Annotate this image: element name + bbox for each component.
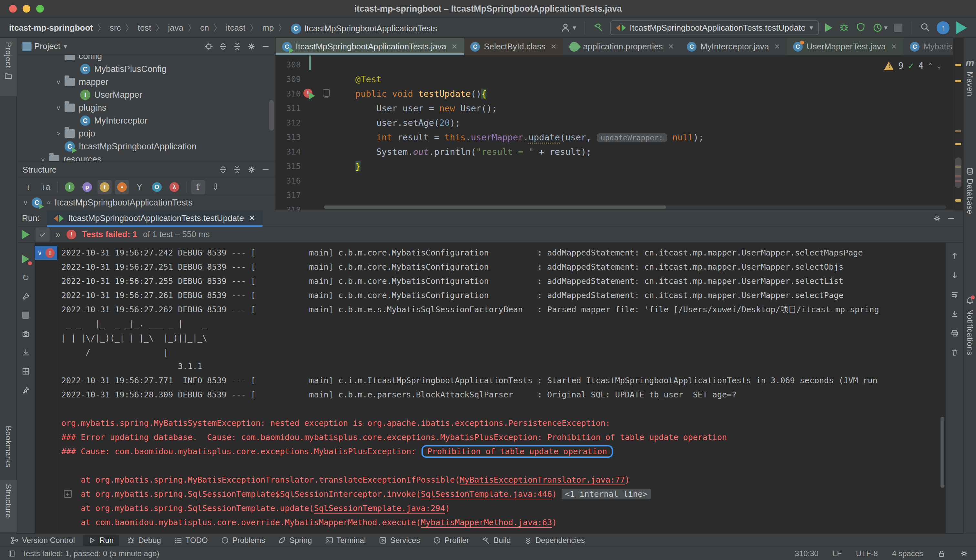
editor-tab[interactable]: CItcastMpSpringbootApplicationTests.java… bbox=[275, 38, 464, 55]
test-settings-button[interactable] bbox=[20, 291, 31, 302]
zoom-window-button[interactable] bbox=[36, 5, 44, 13]
rerun-failed-tests-button[interactable] bbox=[20, 253, 31, 265]
code-editor[interactable]: 9 ✓ 4 ⌃ ⌄ 308309 @Test310! public void t… bbox=[275, 55, 953, 210]
run-button[interactable] bbox=[825, 23, 833, 32]
close-icon[interactable]: ✕ bbox=[452, 43, 457, 51]
tree-chevron-icon[interactable]: v bbox=[54, 78, 63, 86]
tool-window-button-todo[interactable]: TODO bbox=[169, 535, 213, 546]
tool-window-button-build[interactable]: Build bbox=[477, 535, 516, 546]
expand-chevrons-icon[interactable]: » bbox=[55, 229, 61, 240]
editor-error-stripe[interactable] bbox=[953, 38, 963, 210]
stack-trace-link[interactable]: MyBatisExceptionTranslator.java:77 bbox=[460, 475, 625, 485]
close-icon[interactable]: ✕ bbox=[551, 43, 556, 51]
next-issue-chevron-icon[interactable]: ⌄ bbox=[937, 62, 941, 70]
test-console[interactable]: 2022-10-31 19:56:27.242 DEBUG 8539 --- [… bbox=[57, 243, 946, 533]
scroll-to-end-button[interactable] bbox=[949, 308, 960, 319]
scroll-up-button[interactable] bbox=[949, 250, 960, 261]
rerun-button[interactable] bbox=[22, 230, 30, 239]
tool-window-button-dependencies[interactable]: Dependencies bbox=[519, 535, 590, 546]
tree-chevron-icon[interactable]: v bbox=[54, 104, 63, 112]
run-tab[interactable]: ItcastMpSpringbootApplicationTests.testU… bbox=[47, 210, 263, 227]
tree-item-myinterceptor[interactable]: CMyInterceptor bbox=[17, 114, 275, 127]
stop-button[interactable] bbox=[894, 23, 903, 32]
pin-tab-button[interactable] bbox=[20, 385, 31, 395]
tool-window-button-problems[interactable]: Problems bbox=[215, 535, 270, 546]
tool-window-button-profiler[interactable]: Profiler bbox=[428, 535, 474, 546]
close-icon[interactable]: ✕ bbox=[891, 43, 897, 51]
show-objects-button[interactable]: O bbox=[150, 180, 164, 194]
show-properties-button[interactable]: p bbox=[80, 180, 94, 194]
tree-item-itcastmpspringbootapplication[interactable]: CItcastMpSpringbootApplication bbox=[17, 140, 275, 153]
update-button[interactable]: ↑ bbox=[937, 21, 949, 34]
tree-chevron-icon[interactable]: > bbox=[54, 130, 63, 137]
tool-stripe-structure[interactable]: Structure bbox=[0, 480, 17, 532]
breadcrumb-item[interactable]: test bbox=[138, 23, 151, 33]
breadcrumb-item[interactable]: itcast bbox=[226, 23, 245, 33]
gear-icon[interactable] bbox=[933, 214, 941, 223]
tool-window-button-services[interactable]: Services bbox=[374, 535, 425, 546]
ide-features-icon[interactable] bbox=[956, 21, 967, 34]
build-project-button[interactable] bbox=[594, 22, 604, 33]
close-icon[interactable]: ✕ bbox=[668, 43, 674, 51]
hide-panel-icon[interactable] bbox=[262, 165, 270, 174]
tree-item-usermapper[interactable]: IUserMapper bbox=[17, 88, 275, 101]
stack-trace-link[interactable]: SqlSessionTemplate.java:446 bbox=[421, 489, 552, 499]
import-test-results-button[interactable] bbox=[20, 347, 31, 358]
run-gutter-icon[interactable] bbox=[309, 92, 315, 99]
minimize-window-button[interactable] bbox=[23, 5, 30, 13]
sort-alphabetically-button[interactable]: ↓a bbox=[39, 180, 53, 194]
stop-button[interactable] bbox=[20, 310, 31, 321]
tool-stripe-database[interactable]: Database bbox=[964, 167, 976, 215]
profiler-button[interactable]: ▾ bbox=[873, 23, 888, 33]
file-encoding[interactable]: UTF-8 bbox=[856, 549, 878, 558]
editor-tab[interactable]: application.properties✕ bbox=[563, 38, 681, 55]
inspections-widget[interactable]: 9 ✓ 4 ⌃ ⌄ bbox=[884, 60, 941, 71]
stack-trace-link[interactable]: SqlSessionTemplate.java:294 bbox=[314, 503, 445, 513]
tree-item-mybatisplusconfig[interactable]: CMybatisPlusConfig bbox=[17, 63, 275, 75]
sort-by-visibility-button[interactable]: ↓ bbox=[21, 180, 35, 194]
breadcrumb-item[interactable]: cn bbox=[200, 23, 209, 33]
tool-stripe-project[interactable]: Project bbox=[0, 38, 17, 96]
sort-by-type-button[interactable]: ⇩ bbox=[209, 180, 223, 194]
show-anonymous-button[interactable]: Y bbox=[132, 180, 147, 194]
tool-stripe-maven[interactable]: m Maven bbox=[964, 57, 976, 97]
tool-window-button-run[interactable]: Run bbox=[83, 535, 119, 546]
test-history-button[interactable] bbox=[20, 328, 31, 339]
horizontal-scrollbar[interactable] bbox=[324, 205, 946, 209]
expand-fold-icon[interactable]: + bbox=[64, 490, 72, 498]
group-by-super-button[interactable]: ⇧ bbox=[191, 180, 205, 194]
locate-file-icon[interactable] bbox=[205, 42, 213, 51]
expand-all-icon[interactable] bbox=[219, 165, 227, 174]
prev-issue-chevron-icon[interactable]: ⌃ bbox=[928, 62, 933, 70]
collapse-all-icon[interactable] bbox=[233, 42, 242, 51]
run-with-coverage-button[interactable] bbox=[856, 22, 866, 33]
line-ending[interactable]: LF bbox=[833, 549, 842, 558]
indent-setting[interactable]: 4 spaces bbox=[892, 549, 923, 558]
collapse-all-icon[interactable] bbox=[233, 165, 242, 174]
user-account-button[interactable]: ▾ bbox=[560, 23, 576, 33]
show-lambdas-button[interactable]: λ bbox=[167, 180, 181, 194]
gear-icon[interactable] bbox=[247, 165, 255, 174]
console-scrollbar-thumb[interactable] bbox=[941, 417, 944, 488]
close-window-button[interactable] bbox=[9, 5, 17, 13]
fold-marker-icon[interactable] bbox=[323, 89, 330, 98]
editor-tab[interactable]: CMyInterceptor.java✕ bbox=[681, 38, 787, 55]
failed-test-node[interactable]: ∨ ! bbox=[35, 246, 57, 260]
tool-window-button-version-control[interactable]: Version Control bbox=[5, 535, 80, 546]
tool-window-button-debug[interactable]: Debug bbox=[121, 535, 166, 546]
rerun-button[interactable]: ↻ bbox=[20, 272, 31, 283]
editor-tab[interactable]: CSelectById.class✕ bbox=[464, 38, 563, 55]
caret-position[interactable]: 310:30 bbox=[795, 549, 819, 558]
show-passed-toggle[interactable] bbox=[35, 227, 50, 242]
show-inherited-button[interactable]: I bbox=[63, 180, 77, 194]
breadcrumb-root[interactable]: itcast-mp-springboot bbox=[9, 23, 93, 33]
tree-chevron-icon[interactable]: v bbox=[39, 156, 47, 162]
soft-wrap-button[interactable] bbox=[949, 289, 960, 300]
tool-window-button-terminal[interactable]: Terminal bbox=[320, 535, 371, 546]
tree-item-config[interactable]: config bbox=[17, 55, 275, 63]
show-non-public-button[interactable]: • bbox=[115, 180, 129, 194]
expand-all-icon[interactable] bbox=[219, 42, 227, 51]
gear-icon[interactable] bbox=[247, 42, 255, 51]
hide-panel-icon[interactable] bbox=[262, 42, 270, 51]
tree-item-plugins[interactable]: vplugins bbox=[17, 101, 275, 114]
